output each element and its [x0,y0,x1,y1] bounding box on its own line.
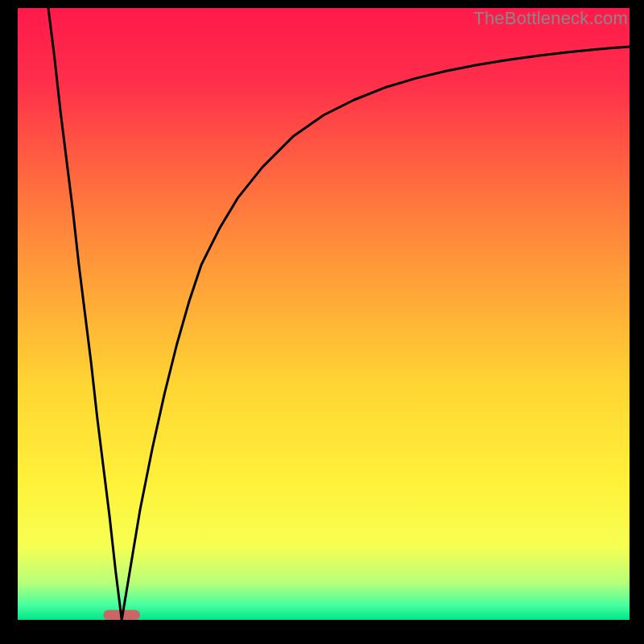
chart-frame: TheBottleneck.com [0,0,644,644]
plot-area [18,8,630,620]
gradient-background [18,8,630,620]
chart-svg [18,8,630,620]
watermark-text: TheBottleneck.com [473,8,628,29]
